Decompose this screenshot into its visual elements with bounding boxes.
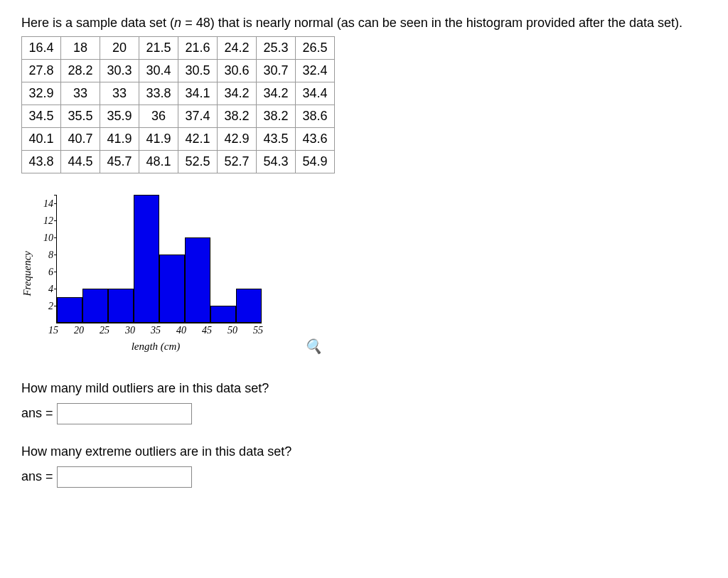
data-cell: 35.5 <box>61 105 100 128</box>
intro-n-value: 48 <box>196 16 210 30</box>
ans-label-1: ans = <box>21 406 57 420</box>
data-cell: 43.5 <box>257 128 296 151</box>
data-cell: 38.6 <box>296 105 335 128</box>
data-cell: 38.2 <box>218 105 257 128</box>
data-cell: 40.7 <box>61 128 100 151</box>
data-cell: 41.9 <box>100 128 139 151</box>
data-cell: 20 <box>100 37 139 60</box>
intro-prefix: Here is a sample data set ( <box>21 16 174 30</box>
question-2: How many extreme outliers are in this da… <box>21 444 707 459</box>
data-cell: 30.6 <box>218 60 257 82</box>
histogram-bar <box>82 289 108 323</box>
y-axis-label: Frequency <box>21 251 33 296</box>
x-axis-label: length (cm) 🔍 <box>53 341 258 353</box>
x-axis-ticks: 152025303540455055 <box>53 323 281 338</box>
data-cell: 21.6 <box>178 37 218 60</box>
histogram-bar <box>57 297 82 323</box>
data-cell: 34.2 <box>218 82 257 105</box>
magnify-icon[interactable]: 🔍 <box>304 338 322 355</box>
data-cell: 24.2 <box>218 37 257 60</box>
data-cell: 30.4 <box>139 60 178 82</box>
data-cell: 34.1 <box>178 82 218 105</box>
answer-input-1[interactable] <box>57 403 192 424</box>
answer-row-2: ans = <box>21 466 707 488</box>
data-cell: 33 <box>61 82 100 105</box>
data-cell: 25.3 <box>257 37 296 60</box>
plot-area <box>56 195 262 323</box>
data-cell: 48.1 <box>139 151 178 173</box>
data-cell: 52.7 <box>218 151 257 173</box>
intro-text: Here is a sample data set (n = 48) that … <box>21 14 707 32</box>
question-1: How many mild outliers are in this data … <box>21 381 707 396</box>
histogram-bar <box>236 289 262 323</box>
data-cell: 38.2 <box>257 105 296 128</box>
data-cell: 30.7 <box>257 60 296 82</box>
data-cell: 54.3 <box>257 151 296 173</box>
data-cell: 18 <box>61 37 100 60</box>
data-cell: 28.2 <box>61 60 100 82</box>
data-cell: 21.5 <box>139 37 178 60</box>
data-cell: 30.3 <box>100 60 139 82</box>
data-cell: 32.4 <box>296 60 335 82</box>
data-cell: 37.4 <box>178 105 218 128</box>
data-cell: 34.4 <box>296 82 335 105</box>
data-cell: 42.9 <box>218 128 257 151</box>
data-cell: 30.5 <box>178 60 218 82</box>
histogram-chart: Frequency 1412108642 152025303540455055 … <box>21 195 707 353</box>
ans-label-2: ans = <box>21 469 57 483</box>
data-cell: 52.5 <box>178 151 218 173</box>
data-cell: 44.5 <box>61 151 100 173</box>
histogram-bar <box>185 237 210 323</box>
intro-eq: = <box>181 16 196 30</box>
data-cell: 33 <box>100 82 139 105</box>
data-cell: 33.8 <box>139 82 178 105</box>
data-cell: 42.1 <box>178 128 218 151</box>
intro-n-var: n <box>174 16 181 30</box>
intro-suffix: ) that is nearly normal (as can be seen … <box>210 16 682 30</box>
histogram-bar <box>108 289 134 323</box>
data-cell: 54.9 <box>296 151 335 173</box>
xlabel-text: length (cm) <box>132 341 181 352</box>
histogram-bar <box>210 306 236 323</box>
data-cell: 45.7 <box>100 151 139 173</box>
answer-row-1: ans = <box>21 403 707 424</box>
data-cell: 35.9 <box>100 105 139 128</box>
data-cell: 27.8 <box>22 60 61 82</box>
data-cell: 34.5 <box>22 105 61 128</box>
answer-input-2[interactable] <box>57 466 192 488</box>
data-cell: 32.9 <box>22 82 61 105</box>
y-axis-ticks: 1412108642 <box>39 196 53 323</box>
data-cell: 34.2 <box>257 82 296 105</box>
data-cell: 43.6 <box>296 128 335 151</box>
data-table: 16.4182021.521.624.225.326.527.828.230.3… <box>21 36 335 173</box>
data-cell: 41.9 <box>139 128 178 151</box>
data-cell: 36 <box>139 105 178 128</box>
data-cell: 43.8 <box>22 151 61 173</box>
data-cell: 26.5 <box>296 37 335 60</box>
data-cell: 16.4 <box>22 37 61 60</box>
data-cell: 40.1 <box>22 128 61 151</box>
histogram-bar <box>134 195 159 323</box>
histogram-bar <box>159 255 185 323</box>
